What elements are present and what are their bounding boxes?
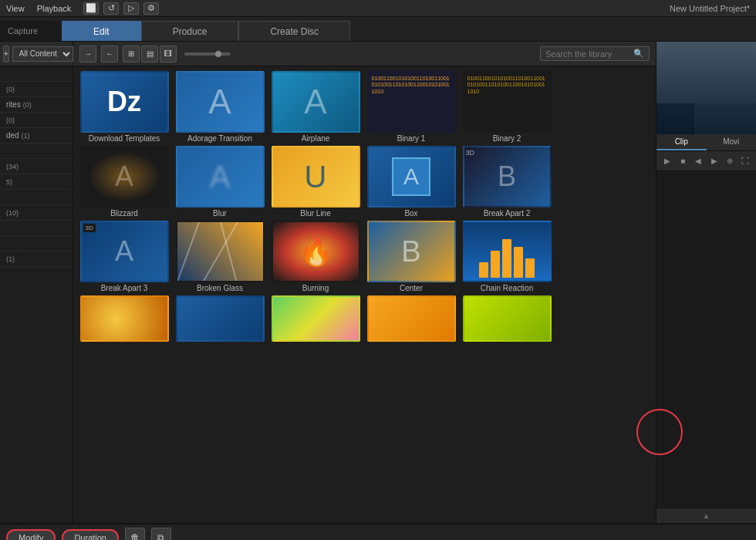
tab-clip[interactable]: Clip bbox=[656, 134, 707, 150]
menu-icon-3[interactable]: ▷ bbox=[123, 2, 139, 15]
sidebar-item-11[interactable] bbox=[0, 236, 73, 251]
import-btn[interactable]: → bbox=[79, 46, 96, 62]
filmstrip-view-btn[interactable]: 🎞 bbox=[160, 46, 177, 62]
grid-row-2: A Blizzard A Blur U Blur Line bbox=[78, 146, 651, 218]
sidebar-item-8[interactable] bbox=[0, 190, 73, 205]
grid-item-brokenglass[interactable]: Broken Glass bbox=[174, 221, 266, 292]
sidebar-item-12[interactable]: (1) bbox=[0, 251, 73, 267]
grid-view-btn[interactable]: ⊞ bbox=[123, 46, 140, 62]
sidebar-item-5[interactable] bbox=[0, 143, 73, 159]
grid-item-download-templates[interactable]: Dz Download Templates bbox=[78, 71, 170, 143]
tab-movie[interactable]: Movi bbox=[707, 134, 757, 150]
delete-btn[interactable]: 🗑 bbox=[125, 528, 145, 541]
sidebar-item-0[interactable] bbox=[0, 66, 73, 82]
grid-row-3: 3D A Break Apart 3 bbox=[78, 221, 651, 292]
menu-icons: ⬜ ↺ ▷ ⚙ bbox=[83, 2, 159, 15]
sidebar-toolbar: + All Content bbox=[0, 42, 73, 66]
list-view-btn[interactable]: ▤ bbox=[141, 46, 158, 62]
size-slider[interactable] bbox=[184, 52, 231, 56]
grid-item-blur[interactable]: A Blur bbox=[174, 146, 266, 218]
grid-item-adorage[interactable]: A Adorage Transition bbox=[174, 71, 266, 143]
timeline-toolbar: Modify Duration 🗑 ⧉ bbox=[0, 525, 756, 540]
search-input[interactable] bbox=[545, 49, 630, 59]
grid-area: Dz Download Templates A Adorage Transiti… bbox=[73, 66, 656, 523]
search-box: 🔍 bbox=[540, 46, 650, 61]
menu-view[interactable]: View bbox=[6, 4, 25, 13]
badge-3d: 3D bbox=[83, 224, 96, 232]
grid-item-partial-4[interactable] bbox=[365, 295, 457, 342]
right-panel: Clip Movi ▶ ■ ◀ ▶ ⊕ ⛶ ▲ bbox=[656, 42, 756, 523]
right-spacer bbox=[656, 171, 756, 508]
grid-item-binary2[interactable]: 0100110010101001101001100101010011010100… bbox=[461, 71, 553, 143]
tab-create-disc[interactable]: Create Disc bbox=[238, 21, 350, 41]
grid-item-partial-5[interactable] bbox=[461, 295, 553, 342]
stop-btn[interactable]: ■ bbox=[676, 154, 690, 168]
grid-item-center[interactable]: B Center bbox=[365, 221, 457, 292]
grid-item-chainreaction[interactable]: Chain Reaction bbox=[461, 221, 553, 292]
duration-button[interactable]: Duration bbox=[62, 529, 119, 541]
grid-item-box[interactable]: A Box bbox=[365, 146, 457, 218]
grid-row-4-partial bbox=[78, 295, 651, 342]
preview-image bbox=[656, 42, 756, 134]
main-layout: + All Content (0) rites (0) (0) ded (1) bbox=[0, 42, 756, 523]
sidebar-item-7[interactable]: 5) bbox=[0, 174, 73, 190]
grid-item-breakapart2[interactable]: 3D B Break Apart 2 bbox=[461, 146, 553, 218]
view-toggle: ⊞ ▤ 🎞 bbox=[123, 46, 177, 62]
menu-icon-4[interactable]: ⚙ bbox=[143, 2, 159, 15]
menu-bar: View Playback ⬜ ↺ ▷ ⚙ New Untitled Proje… bbox=[0, 0, 756, 17]
grid-row-1: Dz Download Templates A Adorage Transiti… bbox=[78, 71, 651, 143]
right-toolbar: ▶ ■ ◀ ▶ ⊕ ⛶ bbox=[656, 151, 756, 171]
right-scroll-arrow[interactable]: ▲ bbox=[656, 508, 756, 523]
menu-icon-1[interactable]: ⬜ bbox=[83, 2, 99, 15]
center-content: → ← ⊞ ▤ 🎞 🔍 Dz D bbox=[73, 42, 656, 523]
sidebar-item-3[interactable]: (0) bbox=[0, 113, 73, 128]
sidebar-nav: (0) rites (0) (0) ded (1) (34) 5) (1 bbox=[0, 66, 73, 523]
grid-item-partial-2[interactable] bbox=[174, 295, 266, 342]
left-sidebar: + All Content (0) rites (0) (0) ded (1) bbox=[0, 42, 73, 523]
grid-item-partial-1[interactable] bbox=[78, 295, 170, 342]
menu-playback[interactable]: Playback bbox=[37, 4, 72, 13]
sidebar-add-btn[interactable]: + bbox=[3, 46, 9, 62]
search-icon: 🔍 bbox=[633, 49, 644, 59]
menu-icon-2[interactable]: ↺ bbox=[103, 2, 119, 15]
sidebar-item-9[interactable]: (10) bbox=[0, 205, 73, 221]
bottom-area: Modify Duration 🗑 ⧉ 6:17:27 00:6:20:12 0… bbox=[0, 523, 756, 540]
modify-button[interactable]: Modify bbox=[6, 529, 56, 541]
grid-item-airplane[interactable]: A Airplane bbox=[269, 71, 362, 143]
grid-item-blizzard[interactable]: A Blizzard bbox=[78, 146, 170, 218]
grid-item-blurline[interactable]: U Blur Line bbox=[269, 146, 362, 218]
tab-capture[interactable]: Capture bbox=[0, 21, 62, 41]
next-frame-btn[interactable]: ▶ bbox=[707, 154, 721, 168]
fullscreen-btn[interactable]: ⛶ bbox=[738, 154, 752, 168]
prev-frame-btn[interactable]: ◀ bbox=[691, 154, 705, 168]
sidebar-item-rites[interactable]: rites (0) bbox=[0, 97, 73, 113]
library-toolbar: → ← ⊞ ▤ 🎞 🔍 bbox=[73, 42, 656, 66]
sidebar-item-1[interactable]: (0) bbox=[0, 82, 73, 97]
sidebar-item-ded[interactable]: ded (1) bbox=[0, 128, 73, 143]
clip-movie-tabs: Clip Movi bbox=[656, 134, 756, 151]
grid-item-breakapart3[interactable]: 3D A Break Apart 3 bbox=[78, 221, 170, 292]
grid-item-partial-3[interactable] bbox=[269, 295, 362, 342]
play-btn[interactable]: ▶ bbox=[660, 154, 674, 168]
nav-tabs: Capture Edit Produce Create Disc bbox=[0, 17, 756, 42]
preview-area bbox=[656, 42, 756, 134]
sidebar-dropdown[interactable]: All Content bbox=[12, 46, 73, 62]
copy-btn[interactable]: ⧉ bbox=[151, 528, 171, 541]
sidebar-item-10[interactable] bbox=[0, 221, 73, 236]
grid-item-burning[interactable]: 🔥 Burning bbox=[269, 221, 362, 292]
tab-produce[interactable]: Produce bbox=[141, 21, 239, 41]
export-btn[interactable]: ← bbox=[101, 46, 118, 62]
sidebar-item-6[interactable]: (34) bbox=[0, 159, 73, 174]
project-title: New Untitled Project* bbox=[670, 4, 750, 13]
split-btn[interactable]: ⊕ bbox=[723, 154, 737, 168]
grid-item-binary1[interactable]: 0100110010101001101001100101010011010100… bbox=[365, 71, 457, 143]
tab-edit[interactable]: Edit bbox=[62, 21, 141, 41]
